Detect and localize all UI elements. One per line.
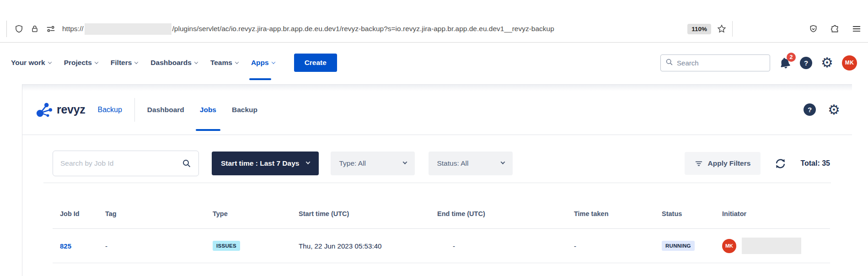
url-path: /plugins/servlet/ac/io.revyz.jira-app.br… — [172, 25, 554, 33]
revyz-app-panel: revyz Backup Dashboard Jobs Backup ? ⚙ — [22, 84, 852, 276]
app-header-icons: ? ⚙ — [804, 103, 840, 117]
nav-right-cluster: 2 ? ⚙ MK — [660, 54, 857, 71]
chevron-down-icon — [134, 60, 138, 64]
chevron-down-icon — [501, 160, 505, 164]
permissions-icon[interactable] — [46, 24, 56, 34]
connection-lock-icon[interactable] — [30, 24, 39, 33]
nav-item-label: Teams — [210, 59, 232, 67]
job-id-cell: 825 — [53, 242, 105, 250]
chevron-down-icon — [95, 60, 98, 64]
jobs-table: Job Id Tag Type Start time (UTC) End tim… — [22, 183, 852, 263]
product-link[interactable]: Backup — [97, 106, 122, 114]
search-icon — [182, 159, 191, 168]
table-row: 825 - ISSUES Thu, 22 Jun 2023 05:53:40 -… — [53, 229, 830, 263]
user-avatar[interactable]: MK — [842, 55, 857, 70]
nav-item-label: Dashboards — [150, 59, 192, 67]
bookmark-star-icon[interactable] — [717, 24, 727, 34]
apply-filters-label: Apply Filters — [708, 159, 751, 168]
apply-filters-button[interactable]: Apply Filters — [685, 152, 761, 175]
chevron-down-icon — [194, 60, 198, 64]
active-nav-underline — [249, 78, 271, 80]
tab-backup[interactable]: Backup — [232, 85, 257, 135]
filter-lines-icon — [695, 159, 703, 168]
initiator-cell: MK — [722, 238, 830, 254]
column-header-initiator: Initiator — [722, 210, 830, 217]
end-time-cell: - — [437, 242, 574, 250]
app-header: revyz Backup Dashboard Jobs Backup ? ⚙ — [22, 85, 852, 135]
nav-item-projects[interactable]: Projects — [64, 43, 98, 83]
settings-gear-icon[interactable]: ⚙ — [821, 56, 833, 70]
column-header-tag: Tag — [105, 210, 213, 217]
tab-label: Dashboard — [147, 106, 184, 114]
browser-chrome: https:// /plugins/servlet/ac/io.revyz.ji… — [0, 0, 868, 43]
global-search-box[interactable] — [660, 54, 770, 71]
start-time-dropdown[interactable]: Start time : Last 7 Days — [212, 152, 319, 175]
job-id-search-input[interactable] — [60, 159, 182, 168]
chevron-down-icon — [306, 160, 311, 164]
address-bar[interactable]: https:// /plugins/servlet/ac/io.revyz.ji… — [62, 23, 554, 35]
type-label: Type: All — [339, 159, 366, 168]
chevron-down-icon — [235, 60, 239, 64]
toolbar-divider — [732, 21, 733, 37]
tag-cell: - — [105, 242, 213, 250]
app-tabs: Dashboard Jobs Backup — [147, 85, 257, 135]
table-header-row: Job Id Tag Type Start time (UTC) End tim… — [53, 183, 830, 229]
help-button[interactable]: ? — [800, 57, 812, 69]
search-icon — [665, 58, 673, 68]
filter-bar: Start time : Last 7 Days Type: All Statu… — [22, 151, 852, 176]
column-header-time-taken: Time taken — [574, 210, 662, 217]
column-header-end-time: End time (UTC) — [437, 210, 574, 217]
nav-item-your-work[interactable]: Your work — [11, 43, 51, 83]
nav-item-apps[interactable]: Apps — [251, 43, 275, 83]
chevron-down-icon — [48, 60, 51, 64]
refresh-icon[interactable] — [774, 157, 787, 170]
tab-jobs[interactable]: Jobs — [200, 85, 216, 135]
global-search-input[interactable] — [677, 59, 765, 67]
url-protocol: https:// — [62, 25, 84, 33]
job-id-link[interactable]: 825 — [60, 242, 71, 250]
toolbar-divider — [6, 21, 7, 37]
column-header-job-id: Job Id — [53, 210, 105, 217]
tab-label: Backup — [232, 106, 257, 114]
status-label: Status: All — [437, 159, 468, 168]
initiator-avatar: MK — [722, 239, 736, 253]
app-help-button[interactable]: ? — [804, 103, 816, 116]
nav-item-filters[interactable]: Filters — [111, 43, 138, 83]
app-settings-gear-icon[interactable]: ⚙ — [828, 103, 840, 117]
nav-item-label: Apps — [251, 59, 269, 67]
type-badge: ISSUES — [213, 241, 240, 251]
filter-right-cluster: Apply Filters Total: 35 — [685, 152, 830, 175]
toolbar-right: 110% — [687, 21, 862, 37]
tab-dashboard[interactable]: Dashboard — [147, 85, 184, 135]
active-tab-underline — [196, 129, 220, 131]
status-dropdown[interactable]: Status: All — [429, 152, 513, 175]
revyz-logo-icon — [34, 101, 54, 119]
jira-nav-bar: Your work Projects Filters Dashboards Te… — [0, 43, 868, 83]
chevron-down-icon — [271, 60, 275, 64]
job-id-search-box[interactable] — [53, 151, 199, 176]
nav-item-label: Your work — [11, 59, 45, 67]
tab-label: Jobs — [200, 106, 216, 114]
zoom-level-badge[interactable]: 110% — [687, 24, 711, 34]
start-time-cell: Thu, 22 Jun 2023 05:53:40 — [299, 242, 437, 250]
shield-check-icon[interactable] — [809, 24, 818, 34]
initiator-redacted-name — [742, 238, 801, 254]
column-header-status: Status — [662, 210, 722, 217]
type-cell: ISSUES — [213, 241, 299, 251]
nav-item-label: Projects — [64, 59, 92, 67]
tracking-protection-shield-icon[interactable] — [14, 24, 24, 34]
notifications-button[interactable]: 2 — [779, 57, 791, 69]
column-header-type: Type — [213, 210, 299, 217]
type-dropdown[interactable]: Type: All — [331, 152, 415, 175]
menu-hamburger-icon[interactable] — [852, 24, 862, 34]
extensions-puzzle-icon[interactable] — [830, 24, 840, 34]
notification-count-badge: 2 — [787, 53, 796, 62]
nav-item-dashboards[interactable]: Dashboards — [150, 43, 198, 83]
url-redacted-host — [85, 23, 171, 35]
browser-toolbar: https:// /plugins/servlet/ac/io.revyz.ji… — [0, 18, 868, 39]
time-taken-cell: - — [574, 242, 662, 250]
column-header-start-time: Start time (UTC) — [299, 210, 437, 217]
create-button[interactable]: Create — [294, 54, 337, 72]
start-time-label: Start time : Last 7 Days — [221, 159, 299, 168]
nav-item-teams[interactable]: Teams — [210, 43, 238, 83]
